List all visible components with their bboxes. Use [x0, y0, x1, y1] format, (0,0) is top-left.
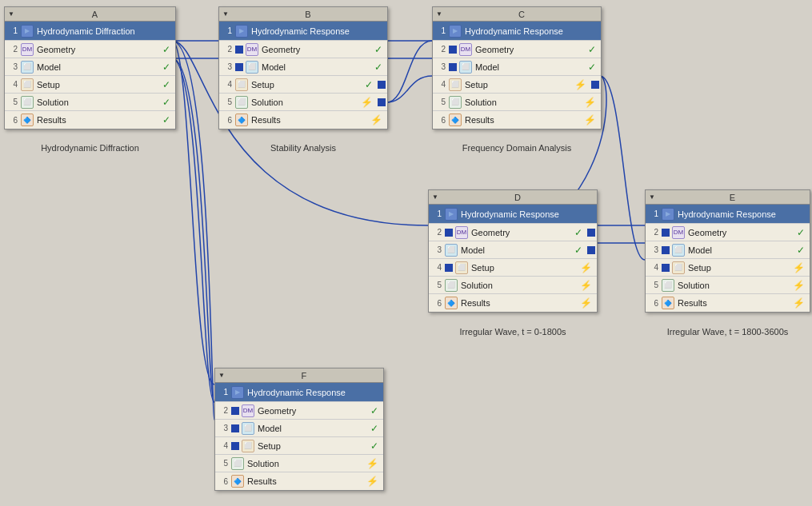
conn-in-b3 [235, 63, 243, 71]
conn-in-c3 [449, 63, 457, 71]
block-c-label: C [446, 10, 598, 19]
block-b-row-1: 1 ▶ Hydrodynamic Response [219, 22, 387, 41]
block-d-row-3: 3 ⬜ Model ✓ [429, 241, 597, 259]
block-d-sublabel: Irregular Wave, t = 0-1800s [428, 327, 598, 337]
results-icon-d: 🔷 [445, 297, 458, 309]
block-f-header: ▼ F [215, 369, 383, 383]
hd-icon-f: ▶ [231, 386, 244, 399]
results-icon-a: 🔷 [21, 114, 34, 126]
block-e-sublabel: Irregular Wave, t = 1800-3600s [645, 327, 810, 337]
workspace: ▼ A 1 ▶ Hydrodynamic Diffraction 2 DM Ge… [0, 0, 812, 506]
model-icon-d: ⬜ [445, 244, 458, 257]
block-e: ▼ E 1 ▶ Hydrodynamic Response 2 DM Geome… [645, 189, 810, 313]
block-e-row-1: 1 ▶ Hydrodynamic Response [646, 205, 810, 224]
solution-icon-b: ⬜ [235, 96, 248, 109]
collapse-arrow-a[interactable]: ▼ [8, 10, 14, 18]
collapse-arrow-c[interactable]: ▼ [436, 10, 442, 18]
block-c: ▼ C 1 ▶ Hydrodynamic Response 2 DM Geome… [432, 6, 602, 129]
block-b-sublabel: Stability Analysis [218, 143, 388, 153]
conn-in-f3 [231, 424, 239, 432]
block-d-row-1: 1 ▶ Hydrodynamic Response [429, 205, 597, 224]
block-f: ▼ F 1 ▶ Hydrodynamic Response 2 DM Geome… [214, 368, 384, 491]
hd-icon-e: ▶ [662, 208, 674, 221]
conn-in-f4 [231, 442, 239, 450]
block-d-header: ▼ D [429, 190, 597, 205]
collapse-arrow-b[interactable]: ▼ [222, 10, 229, 18]
block-e-row-6: 6 🔷 Results ⚡ [646, 294, 810, 312]
setup-icon-e: ⬜ [672, 261, 685, 274]
setup-icon-f: ⬜ [242, 440, 254, 452]
solution-icon-a: ⬜ [21, 96, 34, 109]
block-a-row-4: 4 ⬜ Setup ✓ [5, 76, 175, 94]
conn-in-f2 [231, 407, 239, 415]
block-a: ▼ A 1 ▶ Hydrodynamic Diffraction 2 DM Ge… [4, 6, 176, 129]
block-e-row-2: 2 DM Geometry ✓ [646, 224, 810, 241]
block-b-row-3: 3 ⬜ Model ✓ [219, 58, 387, 76]
collapse-arrow-d[interactable]: ▼ [432, 193, 438, 201]
block-b-row-2: 2 DM Geometry ✓ [219, 41, 387, 58]
solution-icon-c: ⬜ [449, 96, 462, 109]
dm-icon-d: DM [455, 226, 468, 239]
block-f-row-4: 4 ⬜ Setup ✓ [215, 437, 383, 455]
block-a-row-5: 5 ⬜ Solution ✓ [5, 94, 175, 111]
block-b-row-6: 6 🔷 Results ⚡ [219, 111, 387, 129]
block-a-row-3: 3 ⬜ Model ✓ [5, 58, 175, 76]
hd-icon-a: ▶ [21, 25, 34, 38]
block-f-label: F [228, 371, 380, 380]
block-c-row-1: 1 ▶ Hydrodynamic Response [433, 22, 601, 41]
setup-icon-c: ⬜ [449, 78, 462, 91]
block-e-label: E [658, 193, 806, 202]
dm-icon-b: DM [246, 43, 258, 56]
block-e-header: ▼ E [646, 190, 810, 205]
block-f-row-2: 2 DM Geometry ✓ [215, 402, 383, 420]
conn-in-e4 [662, 264, 670, 272]
dm-icon-e: DM [672, 226, 685, 239]
collapse-arrow-f[interactable]: ▼ [218, 372, 225, 379]
block-b-row-4: 4 ⬜ Setup ✓ [219, 76, 387, 94]
setup-icon-d: ⬜ [455, 261, 468, 274]
block-d-row-5: 5 ⬜ Solution ⚡ [429, 277, 597, 294]
block-a-row-2: 2 DM Geometry ✓ [5, 41, 175, 58]
model-icon-b: ⬜ [246, 61, 258, 74]
solution-icon-e: ⬜ [662, 279, 674, 292]
dm-icon-f: DM [242, 404, 254, 417]
results-icon-e: 🔷 [662, 297, 674, 309]
collapse-arrow-e[interactable]: ▼ [649, 193, 655, 201]
conn-in-b2 [235, 46, 243, 54]
block-a-row-1: 1 ▶ Hydrodynamic Diffraction [5, 22, 175, 41]
model-icon-e: ⬜ [672, 244, 685, 257]
block-c-row-5: 5 ⬜ Solution ⚡ [433, 94, 601, 111]
block-c-row-4: 4 ⬜ Setup ⚡ [433, 76, 601, 94]
block-c-row-3: 3 ⬜ Model ✓ [433, 58, 601, 76]
block-c-row-6: 6 🔷 Results ⚡ [433, 111, 601, 129]
block-b-header: ▼ B [219, 7, 387, 22]
block-f-row-6: 6 🔷 Results ⚡ [215, 472, 383, 490]
block-a-sublabel: Hydrodynamic Diffraction [4, 143, 176, 153]
block-e-row-3: 3 ⬜ Model ✓ [646, 241, 810, 259]
hd-icon-d: ▶ [445, 208, 458, 221]
block-e-row-4: 4 ⬜ Setup ⚡ [646, 259, 810, 277]
dm-icon-a: DM [21, 43, 34, 56]
block-a-row-6: 6 🔷 Results ✓ [5, 111, 175, 129]
block-c-row-2: 2 DM Geometry ✓ [433, 41, 601, 58]
conn-out-b5 [378, 98, 386, 106]
model-icon-f: ⬜ [242, 422, 254, 435]
results-icon-f: 🔷 [231, 475, 244, 488]
results-icon-b: 🔷 [235, 114, 248, 126]
block-c-header: ▼ C [433, 7, 601, 22]
conn-in-d2 [445, 229, 453, 237]
solution-icon-d: ⬜ [445, 279, 458, 292]
block-b-row-5: 5 ⬜ Solution ⚡ [219, 94, 387, 111]
setup-icon-a: ⬜ [21, 78, 34, 91]
results-icon-c: 🔷 [449, 114, 462, 126]
conn-out-c4 [591, 81, 599, 89]
block-a-header: ▼ A [5, 7, 175, 22]
block-b-label: B [232, 10, 384, 19]
conn-in-e3 [662, 246, 670, 254]
model-icon-a: ⬜ [21, 61, 34, 74]
block-a-label: A [18, 10, 172, 19]
setup-icon-b: ⬜ [235, 78, 248, 91]
block-e-row-5: 5 ⬜ Solution ⚡ [646, 277, 810, 294]
conn-in-e2 [662, 229, 670, 237]
hd-icon-c: ▶ [449, 25, 462, 38]
